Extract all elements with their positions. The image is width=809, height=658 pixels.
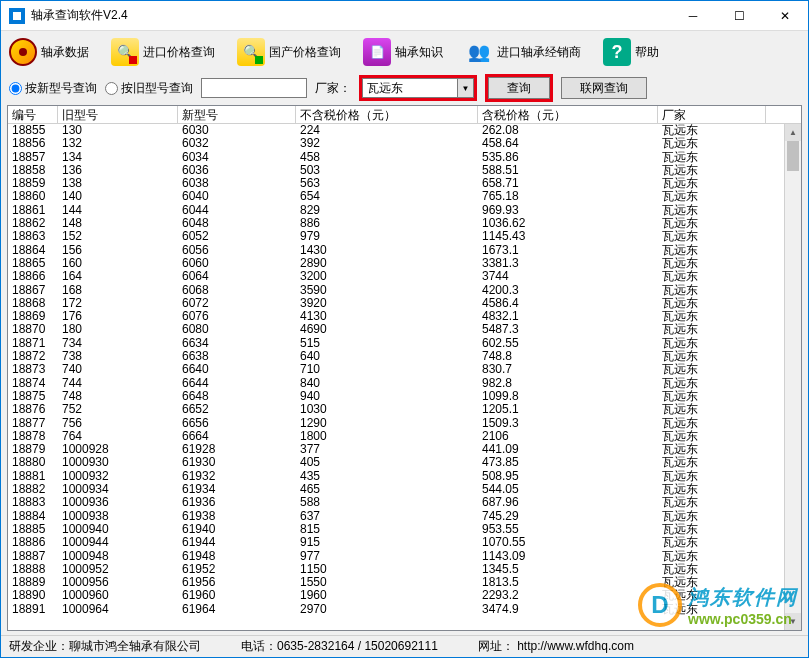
- col-id[interactable]: 编号: [8, 106, 58, 123]
- cell-id: 18863: [8, 230, 58, 243]
- bearing-data-icon: [9, 38, 37, 66]
- online-query-button[interactable]: 联网查询: [561, 77, 647, 99]
- knowledge-label: 轴承知识: [395, 44, 443, 61]
- vertical-scrollbar[interactable]: ▲ ▼: [784, 124, 801, 630]
- table-row[interactable]: 18869176607641304832.1瓦远东: [8, 310, 801, 323]
- col-old-model[interactable]: 旧型号: [58, 106, 178, 123]
- cell-old: 144: [58, 204, 178, 217]
- minimize-button[interactable]: ─: [670, 1, 716, 31]
- help-icon: [603, 38, 631, 66]
- col-new-model[interactable]: 新型号: [178, 106, 296, 123]
- radio-old-label: 按旧型号查询: [121, 80, 193, 97]
- cell-manufacturer: 瓦远东: [658, 323, 766, 336]
- table-row[interactable]: 18880100093061930405473.85瓦远东: [8, 456, 801, 469]
- bearing-data-button[interactable]: 轴承数据: [9, 38, 89, 66]
- table-row[interactable]: 18868172607239204586.4瓦远东: [8, 297, 801, 310]
- table-row[interactable]: 188571346034458535.86瓦远东: [8, 151, 801, 164]
- cell-manufacturer: 瓦远东: [658, 257, 766, 270]
- help-button[interactable]: 帮助: [603, 38, 659, 66]
- table-row[interactable]: 188561326032392458.64瓦远东: [8, 137, 801, 150]
- close-button[interactable]: ✕: [762, 1, 808, 31]
- table-row[interactable]: 1888910009566195615501813.5瓦远东: [8, 576, 801, 589]
- scroll-down-icon[interactable]: ▼: [785, 613, 801, 630]
- cell-new: 61936: [178, 496, 296, 509]
- cell-new: 61960: [178, 589, 296, 602]
- search-by-old-radio[interactable]: 按旧型号查询: [105, 80, 193, 97]
- domestic-price-button[interactable]: 国产价格查询: [237, 38, 341, 66]
- cell-old: 764: [58, 430, 178, 443]
- cell-price-tax: 4586.4: [478, 297, 658, 310]
- cell-old: 1000952: [58, 563, 178, 576]
- manufacturer-select[interactable]: [362, 78, 458, 98]
- table-row[interactable]: 1888810009526195211501345.5瓦远东: [8, 563, 801, 576]
- col-price-tax[interactable]: 含税价格（元）: [478, 106, 658, 123]
- query-button[interactable]: 查询: [488, 77, 550, 99]
- table-row[interactable]: 188717346634515602.55瓦远东: [8, 337, 801, 350]
- results-table: 编号 旧型号 新型号 不含税价格（元） 含税价格（元） 厂家 188551306…: [7, 105, 802, 631]
- scroll-up-icon[interactable]: ▲: [785, 124, 801, 141]
- radio-old-model[interactable]: [105, 82, 118, 95]
- table-row[interactable]: 1886315260529791145.43瓦远东: [8, 230, 801, 243]
- scroll-thumb[interactable]: [787, 141, 799, 171]
- knowledge-button[interactable]: 轴承知识: [363, 38, 443, 66]
- table-row[interactable]: 18878764666418002106瓦远东: [8, 430, 801, 443]
- table-row[interactable]: 188737406640710830.7瓦远东: [8, 363, 801, 376]
- cell-manufacturer: 瓦远东: [658, 177, 766, 190]
- cell-id: 18860: [8, 190, 58, 203]
- cell-manufacturer: 瓦远东: [658, 217, 766, 230]
- cell-manufacturer: 瓦远东: [658, 204, 766, 217]
- table-row[interactable]: 18882100093461934465544.05瓦远东: [8, 483, 801, 496]
- table-row[interactable]: 18876752665210301205.1瓦远东: [8, 403, 801, 416]
- cell-old: 1000948: [58, 550, 178, 563]
- table-row[interactable]: 188727386638640748.8瓦远东: [8, 350, 801, 363]
- table-row[interactable]: 188747446644840982.8瓦远东: [8, 377, 801, 390]
- table-row[interactable]: 188591386038563658.71瓦远东: [8, 177, 801, 190]
- maximize-button[interactable]: ☐: [716, 1, 762, 31]
- titlebar: 轴承查询软件V2.4 ─ ☐ ✕: [1, 1, 808, 31]
- cell-new: 6634: [178, 337, 296, 350]
- cell-new: 6644: [178, 377, 296, 390]
- table-row[interactable]: 1889010009606196019602293.2瓦远东: [8, 589, 801, 602]
- table-row[interactable]: 18864156605614301673.1瓦远东: [8, 244, 801, 257]
- table-row[interactable]: 18877756665612901509.3瓦远东: [8, 417, 801, 430]
- table-row[interactable]: 18865160606028903381.3瓦远东: [8, 257, 801, 270]
- table-row[interactable]: 188551306030224262.08瓦远东: [8, 124, 801, 137]
- table-row[interactable]: 188581366036503588.51瓦远东: [8, 164, 801, 177]
- table-row[interactable]: 1886214860488861036.62瓦远东: [8, 217, 801, 230]
- cell-new: 61928: [178, 443, 296, 456]
- table-row[interactable]: 18885100094061940815953.55瓦远东: [8, 523, 801, 536]
- query-button-highlight: 查询: [485, 74, 553, 102]
- table-header: 编号 旧型号 新型号 不含税价格（元） 含税价格（元） 厂家: [8, 106, 801, 124]
- cell-manufacturer: 瓦远东: [658, 496, 766, 509]
- dealer-button[interactable]: 进口轴承经销商: [465, 38, 581, 66]
- table-row[interactable]: 188861000944619449151070.55瓦远东: [8, 536, 801, 549]
- col-price-notax[interactable]: 不含税价格（元）: [296, 106, 478, 123]
- search-by-new-radio[interactable]: 按新型号查询: [9, 80, 97, 97]
- app-window: 轴承查询软件V2.4 ─ ☐ ✕ 轴承数据 进口价格查询 国产价格查询 轴承知识…: [0, 0, 809, 658]
- table-row[interactable]: 1887574866489401099.8瓦远东: [8, 390, 801, 403]
- cell-old: 130: [58, 124, 178, 137]
- cell-new: 6048: [178, 217, 296, 230]
- table-row[interactable]: 18883100093661936588687.96瓦远东: [8, 496, 801, 509]
- table-row[interactable]: 18881100093261932435508.95瓦远东: [8, 470, 801, 483]
- cell-id: 18885: [8, 523, 58, 536]
- search-input[interactable]: [201, 78, 307, 98]
- table-row[interactable]: 188611446044829969.93瓦远东: [8, 204, 801, 217]
- table-row[interactable]: 188871000948619489771143.09瓦远东: [8, 550, 801, 563]
- status-url-link[interactable]: http://www.wfdhq.com: [517, 639, 634, 653]
- table-row[interactable]: 188601406040654765.18瓦远东: [8, 190, 801, 203]
- import-price-button[interactable]: 进口价格查询: [111, 38, 215, 66]
- table-row[interactable]: 18870180608046905487.3瓦远东: [8, 323, 801, 336]
- cell-id: 18856: [8, 137, 58, 150]
- cell-new: 6032: [178, 137, 296, 150]
- table-row[interactable]: 1889110009646196429703474.9瓦远东: [8, 603, 801, 616]
- table-row[interactable]: 18879100092861928377441.09瓦远东: [8, 443, 801, 456]
- cell-price-tax: 458.64: [478, 137, 658, 150]
- table-row[interactable]: 18884100093861938637745.29瓦远东: [8, 510, 801, 523]
- radio-new-model[interactable]: [9, 82, 22, 95]
- cell-price-tax: 1143.09: [478, 550, 658, 563]
- table-row[interactable]: 18867168606835904200.3瓦远东: [8, 284, 801, 297]
- table-row[interactable]: 18866164606432003744瓦远东: [8, 270, 801, 283]
- chevron-down-icon[interactable]: ▼: [458, 78, 474, 98]
- col-manufacturer[interactable]: 厂家: [658, 106, 766, 123]
